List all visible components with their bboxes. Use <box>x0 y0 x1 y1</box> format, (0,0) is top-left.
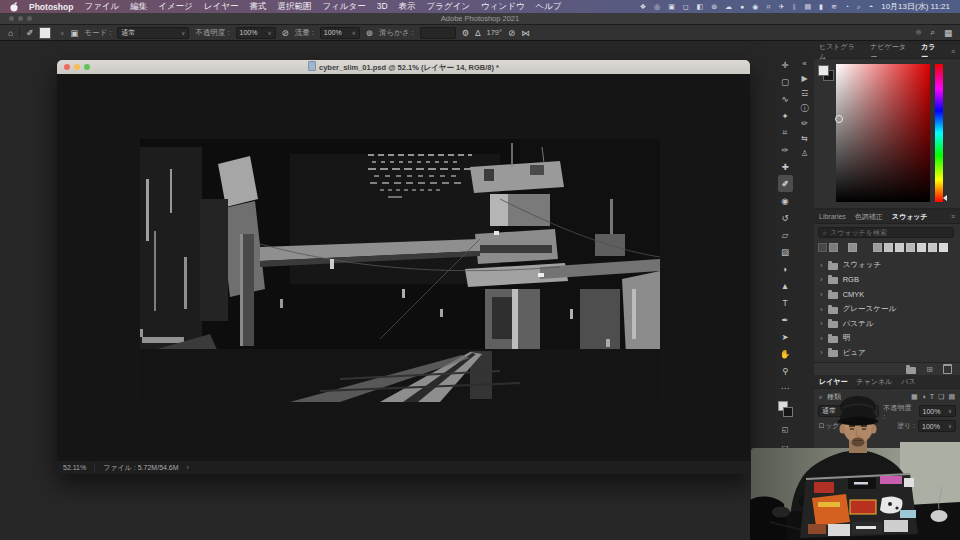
tool-button[interactable]: ✛ <box>778 56 793 73</box>
smoothing-field[interactable] <box>420 27 456 39</box>
tool-button[interactable]: ∿ <box>778 90 793 107</box>
swatch-group-row[interactable]: › RGB <box>814 273 960 288</box>
pressure-size-icon[interactable]: ⊘ <box>508 28 515 38</box>
pressure-opacity-icon[interactable]: ⊘ <box>282 28 289 38</box>
menubar-menu-item[interactable]: フィルター <box>322 1 365 13</box>
apple-logo-icon[interactable] <box>10 2 18 12</box>
tool-button[interactable]: ✚ <box>778 158 793 175</box>
saturation-brightness-field[interactable] <box>836 64 930 202</box>
swatch-group-row[interactable]: › CMYK <box>814 287 960 302</box>
menubar-status-icon[interactable]: ◻ <box>683 3 689 11</box>
tool-button[interactable]: ↺ <box>778 209 793 226</box>
account-icon[interactable]: ⌾ <box>916 27 921 38</box>
new-group-folder-icon[interactable] <box>906 367 916 374</box>
menubar-status-icon[interactable]: ⌕ <box>857 3 861 11</box>
tool-button[interactable]: ◗ <box>778 260 793 277</box>
menubar-menu-item[interactable]: レイヤー <box>204 1 239 13</box>
menubar-menu-item[interactable]: イメージ <box>158 1 193 13</box>
menubar-menu-item[interactable]: ファイル <box>84 1 119 13</box>
collapsed-panel-icon[interactable]: ♙ <box>798 146 812 161</box>
home-icon[interactable]: ⌂ <box>8 28 13 38</box>
chevron-down-icon[interactable]: ∨ <box>60 30 64 36</box>
tool-button[interactable]: ➤ <box>778 328 793 345</box>
chevron-right-icon[interactable]: › <box>820 261 823 270</box>
brush-tool-icon[interactable]: ✐ <box>26 28 33 38</box>
menubar-menu-item[interactable]: 表示 <box>399 1 416 13</box>
collapsed-panel-icon[interactable]: ⓘ <box>798 101 812 116</box>
swatch-chip[interactable] <box>939 243 948 252</box>
chevron-right-icon[interactable]: › <box>820 319 823 328</box>
tool-button[interactable]: ▨ <box>778 243 793 260</box>
swatch-search-input[interactable]: ⌕ スウォッチを検索 <box>818 227 954 238</box>
tool-button[interactable]: ✦ <box>778 107 793 124</box>
swatch-group-row[interactable]: › グレースケール <box>814 302 960 317</box>
color-picker-ring[interactable] <box>835 115 843 123</box>
tool-button[interactable]: ▲ <box>778 277 793 294</box>
search-icon[interactable]: ⌕ <box>930 27 935 38</box>
status-chevron-icon[interactable]: › <box>187 464 189 471</box>
menubar-status-icon[interactable]: ≋ <box>831 3 837 11</box>
menubar-status-icon[interactable]: ● <box>740 3 744 11</box>
collapsed-panel-icon[interactable]: ✏ <box>798 116 812 131</box>
swatch-group-row[interactable]: › パステル <box>814 316 960 331</box>
swatch-chip[interactable] <box>829 243 838 252</box>
chevron-right-icon[interactable]: › <box>820 334 823 343</box>
chevron-right-icon[interactable]: › <box>820 348 823 357</box>
menubar-status-icon[interactable]: ▤ <box>804 3 811 11</box>
trash-icon[interactable] <box>943 364 952 374</box>
workspace-switcher-icon[interactable]: ▦ <box>944 28 952 38</box>
swatch-group-row[interactable]: › 明 <box>814 331 960 346</box>
chevron-right-icon[interactable]: › <box>820 290 823 299</box>
swatch-chip[interactable] <box>917 243 926 252</box>
collapsed-panel-icon[interactable]: ▶ <box>798 71 812 86</box>
menubar-menu-item[interactable]: 書式 <box>249 1 266 13</box>
symmetry-icon[interactable]: ⋈ <box>521 28 530 38</box>
panel-menu-icon[interactable]: ≡ <box>951 213 955 220</box>
flow-select[interactable]: 100% ∨ <box>320 27 360 39</box>
tool-button[interactable]: ▱ <box>778 226 793 243</box>
hue-slider[interactable] <box>935 64 943 202</box>
swatch-chip[interactable] <box>848 243 857 252</box>
tab-swatches[interactable]: スウォッチ <box>892 212 928 222</box>
menubar-status-icon[interactable]: ▮ <box>819 3 823 11</box>
chevron-right-icon[interactable]: › <box>820 305 823 314</box>
menubar-status-icon[interactable]: ◓ <box>869 3 873 11</box>
brush-preset-preview[interactable] <box>39 27 51 39</box>
tool-button[interactable]: ⚲ <box>778 362 793 379</box>
swatch-chip[interactable] <box>906 243 915 252</box>
swatch-chip[interactable] <box>928 243 937 252</box>
opacity-select[interactable]: 100% ∨ <box>236 27 276 39</box>
panel-menu-icon[interactable]: ≡ <box>951 48 955 55</box>
tool-button[interactable]: ✐ <box>778 175 793 192</box>
swatch-chip[interactable] <box>895 243 904 252</box>
swatch-chip[interactable] <box>818 243 827 252</box>
menubar-menu-item[interactable]: 選択範囲 <box>277 1 311 13</box>
menubar-menu-item[interactable]: ヘルプ <box>536 1 562 13</box>
swatch-chip[interactable] <box>873 243 882 252</box>
swatch-chip[interactable] <box>884 243 893 252</box>
collapsed-panel-icon[interactable]: ⇆ <box>798 131 812 146</box>
menubar-status-icon[interactable]: ◎ <box>654 3 660 11</box>
swatch-group-row[interactable]: › スウォッチ <box>814 258 960 273</box>
new-swatch-icon[interactable]: ⊞ <box>926 365 933 374</box>
menubar-status-icon[interactable]: ☁ <box>725 3 732 11</box>
menubar-status-icon[interactable]: ◧ <box>697 3 704 11</box>
menubar-app-name[interactable]: Photoshop <box>29 2 73 12</box>
toggle-brush-panel-icon[interactable]: ▣ <box>70 28 78 38</box>
menubar-clock[interactable]: 10月13日(水) 11:21 <box>881 1 950 12</box>
collapsed-panel-icon[interactable]: « <box>798 56 812 71</box>
menubar-status-icon[interactable]: ✈ <box>778 3 784 11</box>
tool-button[interactable]: ▢ <box>778 73 793 90</box>
tool-button[interactable]: ✑ <box>778 141 793 158</box>
menubar-status-icon[interactable]: ◉ <box>752 3 758 11</box>
document-titlebar[interactable]: cyber_slim_01.psd @ 52.1% (レイヤー 14, RGB/… <box>57 60 750 74</box>
swatch-group-row[interactable]: › ピュア <box>814 346 960 361</box>
collapsed-panel-icon[interactable]: ☲ <box>798 86 812 101</box>
airbrush-icon[interactable]: ⊚ <box>366 28 373 38</box>
tab-adjustments[interactable]: 色調補正 <box>855 212 883 222</box>
tool-button[interactable]: ⌗ <box>778 124 793 141</box>
chevron-right-icon[interactable]: › <box>820 275 823 284</box>
tab-libraries[interactable]: Libraries <box>819 213 846 220</box>
menubar-menu-item[interactable]: プラグイン <box>427 1 471 13</box>
hue-slider-arrow[interactable] <box>943 195 947 201</box>
